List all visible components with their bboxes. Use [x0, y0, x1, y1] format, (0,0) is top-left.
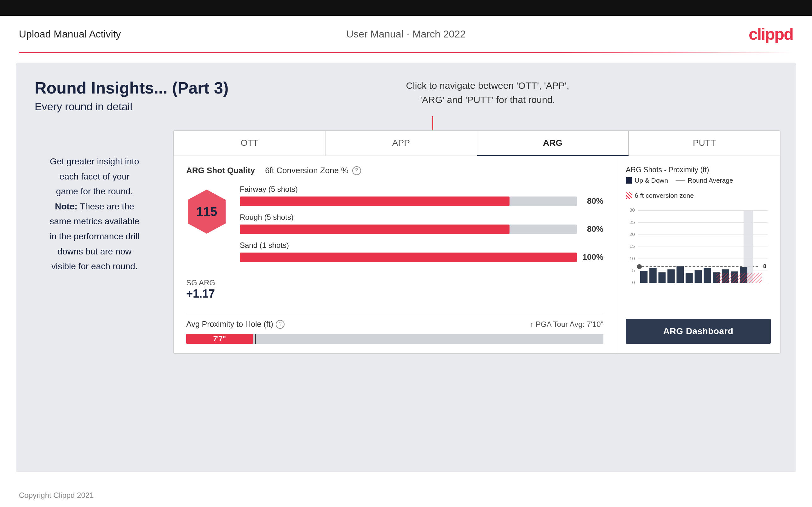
- svg-text:20: 20: [629, 231, 635, 237]
- proximity-header: Avg Proximity to Hole (ft) ? ↑ PGA Tour …: [186, 320, 603, 329]
- arg-dashboard-button[interactable]: ARG Dashboard: [626, 319, 771, 344]
- svg-text:5: 5: [632, 268, 635, 273]
- bar-pct-fairway: 80%: [581, 196, 603, 206]
- svg-text:15: 15: [629, 243, 635, 249]
- footer: Copyright Clippd 2021: [0, 482, 812, 507]
- hexagon-score-value: 115: [196, 205, 217, 219]
- svg-text:30: 30: [629, 207, 635, 213]
- bar-row-sand: Sand (1 shots) 100%: [240, 241, 603, 262]
- panel-title: ARG Shot Quality: [186, 166, 255, 175]
- arg-chart-svg: 30 25 20 15 10 5 0: [626, 206, 771, 294]
- legend-updown-label: Up & Down: [635, 177, 668, 184]
- svg-text:0: 0: [632, 280, 635, 285]
- tab-ott[interactable]: OTT: [173, 131, 325, 156]
- header-divider: [19, 52, 793, 53]
- svg-text:10: 10: [629, 256, 635, 261]
- bar-label-rough: Rough (5 shots): [240, 213, 603, 222]
- chart-legend: Up & Down Round Average 6 ft conversion …: [626, 177, 771, 199]
- bar-row-rough: Rough (5 shots) 80%: [240, 213, 603, 234]
- proximity-cursor: [255, 334, 256, 344]
- bar-pct-rough: 80%: [581, 224, 603, 234]
- bar-pct-sand: 100%: [581, 252, 603, 262]
- bar-fill-rough: [240, 225, 509, 234]
- legend-6ft-label: 6 ft conversion zone: [635, 192, 694, 199]
- proximity-title: Avg Proximity to Hole (ft) ?: [186, 320, 285, 329]
- header-title: User Manual - March 2022: [346, 29, 466, 40]
- legend-hatch-icon: [626, 192, 632, 199]
- svg-rect-24: [659, 272, 666, 283]
- svg-rect-28: [695, 270, 702, 283]
- tab-putt[interactable]: PUTT: [628, 131, 780, 156]
- svg-point-19: [637, 264, 642, 269]
- hexagon-score-shape: 115: [186, 188, 227, 235]
- proximity-pga-avg: ↑ PGA Tour Avg: 7'10": [530, 320, 603, 329]
- legend-square-icon: [626, 177, 632, 184]
- bar-outer-rough: [240, 225, 577, 234]
- nav-callout-text: Click to navigate between 'OTT', 'APP','…: [406, 80, 569, 105]
- upload-manual-link[interactable]: Upload Manual Activity: [19, 29, 121, 40]
- svg-rect-29: [704, 268, 711, 283]
- bar-fill-fairway: [240, 196, 509, 206]
- header: Upload Manual Activity User Manual - Mar…: [0, 16, 812, 52]
- svg-rect-22: [640, 271, 648, 283]
- hexagon-container: 115 Fairway (5 shots) 80%: [186, 185, 603, 269]
- bar-outer-fairway: [240, 196, 577, 206]
- card-body: ARG Shot Quality 6ft Conversion Zone % ?…: [173, 156, 780, 353]
- main-content: Round Insights... (Part 3) Every round i…: [16, 63, 796, 472]
- tab-arg[interactable]: ARG: [477, 131, 628, 156]
- svg-rect-25: [667, 269, 675, 283]
- bars-section: Fairway (5 shots) 80% Rough (5 shots): [240, 185, 603, 269]
- legend-item-updown: Up & Down: [626, 177, 668, 184]
- copyright-text: Copyright Clippd 2021: [19, 491, 94, 499]
- sg-arg-value: +1.17: [186, 287, 603, 300]
- proximity-section: Avg Proximity to Hole (ft) ? ↑ PGA Tour …: [186, 313, 603, 344]
- proximity-bar-fill: 7'7": [186, 334, 253, 344]
- clippd-logo: clippd: [749, 24, 793, 44]
- svg-text:25: 25: [629, 220, 635, 225]
- dashboard-card: OTT APP ARG PUTT ARG Shot Quality 6ft Co…: [173, 130, 780, 354]
- proximity-bar: 7'7": [186, 334, 603, 344]
- insight-note-label: Note:: [55, 202, 78, 211]
- bar-row-fairway: Fairway (5 shots) 80%: [240, 185, 603, 206]
- bar-outer-sand: [240, 252, 577, 262]
- svg-rect-35: [716, 273, 762, 283]
- svg-rect-26: [676, 267, 684, 283]
- sg-arg-section: SG ARG +1.17: [186, 278, 603, 300]
- svg-rect-27: [686, 273, 693, 283]
- bar-label-fairway: Fairway (5 shots): [240, 185, 603, 194]
- proximity-help-icon[interactable]: ?: [276, 320, 285, 329]
- proximity-bar-label: 7'7": [213, 335, 226, 343]
- tabs-row: OTT APP ARG PUTT: [173, 131, 780, 156]
- legend-item-roundavg: Round Average: [675, 177, 733, 184]
- chart-header: ARG Shots - Proximity (ft): [626, 166, 771, 174]
- chart-area: 30 25 20 15 10 5 0: [626, 206, 771, 313]
- panel-header: ARG Shot Quality 6ft Conversion Zone % ?: [186, 166, 603, 175]
- sg-arg-label: SG ARG: [186, 278, 603, 287]
- left-insight-box: Get greater insight into each facet of y…: [35, 154, 154, 274]
- tab-app[interactable]: APP: [325, 131, 477, 156]
- left-panel: ARG Shot Quality 6ft Conversion Zone % ?…: [173, 156, 616, 353]
- legend-dash-icon: [675, 180, 685, 181]
- legend-item-6ft: 6 ft conversion zone: [626, 192, 694, 199]
- insight-text: Get greater insight into each facet of y…: [50, 157, 140, 271]
- right-panel: ARG Shots - Proximity (ft) Up & Down Rou…: [616, 156, 780, 353]
- top-bar: [0, 0, 812, 16]
- panel-subtitle: 6ft Conversion Zone %: [265, 166, 348, 175]
- nav-callout: Click to navigate between 'OTT', 'APP','…: [406, 78, 569, 107]
- legend-roundavg-label: Round Average: [688, 177, 733, 184]
- svg-rect-23: [649, 268, 657, 283]
- bar-label-sand: Sand (1 shots): [240, 241, 603, 250]
- help-icon[interactable]: ?: [352, 166, 361, 175]
- bar-fill-sand: [240, 252, 577, 262]
- svg-text:8: 8: [763, 263, 766, 269]
